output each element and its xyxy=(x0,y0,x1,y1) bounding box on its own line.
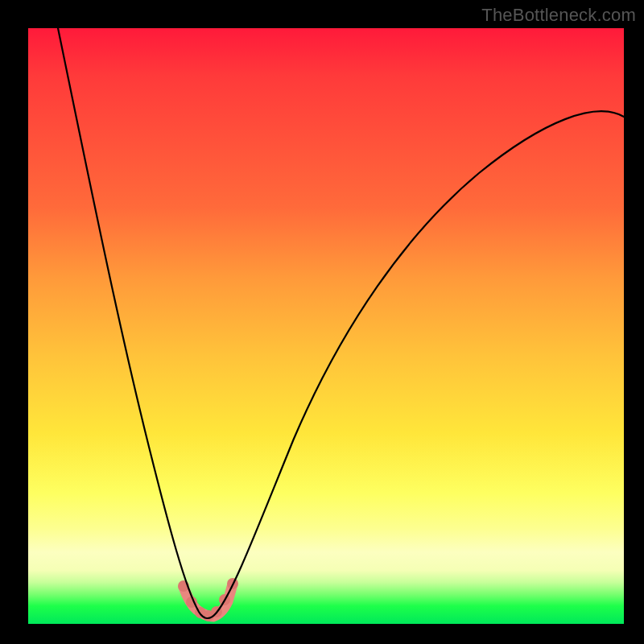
bottleneck-curve xyxy=(58,28,624,618)
curve-svg xyxy=(28,28,624,624)
watermark-text: TheBottleneck.com xyxy=(481,5,636,26)
chart-frame: TheBottleneck.com xyxy=(0,0,644,644)
plot-area xyxy=(28,28,624,624)
